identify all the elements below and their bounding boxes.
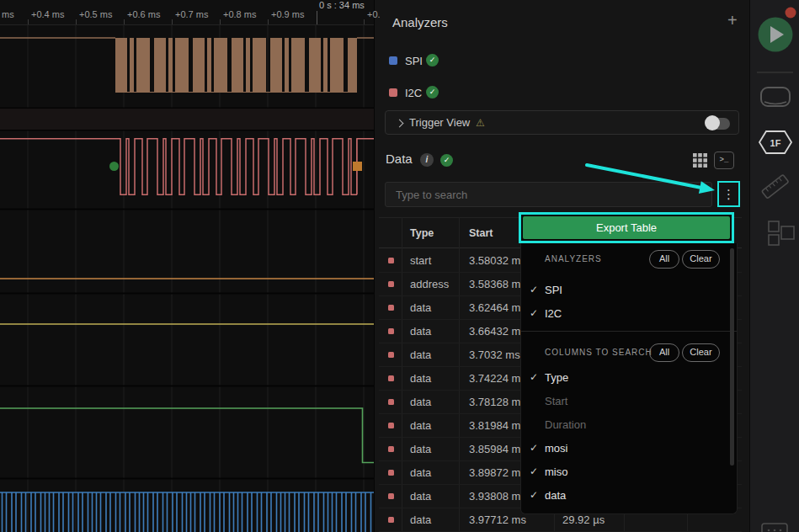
- row-color-swatch: [388, 399, 394, 405]
- menu-item-data[interactable]: ✓ data: [521, 487, 737, 506]
- waveform-view[interactable]: [0, 0, 374, 532]
- check-icon: ✓: [530, 442, 538, 454]
- i2c-status-check-icon: ✓: [426, 86, 439, 98]
- layout-blocks-icon[interactable]: [769, 221, 794, 245]
- channel-wave-red: [0, 138, 374, 195]
- ruler-tick: [76, 19, 77, 24]
- ruler-label: +0.7 ms: [175, 9, 208, 19]
- ruler-label: +0.6 ms: [127, 9, 160, 19]
- warning-icon: ⚠: [476, 111, 485, 135]
- analyzer-row-spi[interactable]: SPI ✓: [385, 53, 553, 72]
- row-color-swatch: [388, 281, 394, 287]
- cell-type: data: [410, 461, 431, 485]
- column-header-type[interactable]: Type: [410, 218, 434, 249]
- ruler-tick: [364, 19, 365, 24]
- terminal-view-button[interactable]: >_: [714, 152, 734, 169]
- capture-play-button[interactable]: [759, 8, 796, 52]
- cell-start: 3.78128 ms: [469, 391, 526, 414]
- cell-type: data: [410, 438, 431, 461]
- spi-status-check-icon: ✓: [426, 54, 439, 66]
- analyzers-all-button[interactable]: All: [649, 250, 679, 269]
- cell-type: data: [410, 343, 431, 367]
- ruler-label: +0.9 ms: [271, 9, 304, 19]
- export-table-button[interactable]: Export Table: [519, 212, 734, 243]
- device-icon[interactable]: [761, 88, 790, 106]
- menu-item-miso[interactable]: ✓ miso: [521, 464, 737, 482]
- annotation-strip: [0, 109, 374, 130]
- cell-type: data: [410, 320, 431, 343]
- more-options-icon[interactable]: [762, 524, 787, 532]
- cell-start: 3.58368 ms: [469, 273, 526, 296]
- row-color-swatch: [388, 493, 394, 499]
- search-input[interactable]: [385, 182, 712, 207]
- cell-type: data: [410, 296, 431, 320]
- columns-clear-button[interactable]: Clear: [682, 343, 720, 362]
- cell-start: 3.97712 ms: [469, 508, 526, 532]
- timeline-position-label: 0 s : 34 ms: [319, 0, 365, 10]
- analyzer-label: I2C: [405, 87, 422, 99]
- i2c-stop-marker: [353, 162, 362, 171]
- menu-item-i2c[interactable]: ✓ I2C: [521, 306, 737, 324]
- spi-color-swatch: [389, 56, 397, 65]
- cell-type: data: [410, 485, 431, 508]
- chevron-right-icon: [396, 120, 404, 128]
- cell-start: 3.58032 ms: [469, 249, 526, 273]
- menu-section-columns: COLUMNS TO SEARCH: [545, 348, 653, 357]
- check-icon: ✓: [530, 371, 538, 383]
- cell-start: 3.74224 ms: [469, 367, 526, 391]
- check-icon: ✓: [530, 307, 538, 319]
- cell-type: data: [410, 508, 431, 532]
- menu-item-mosi[interactable]: ✓ mosi: [521, 440, 737, 459]
- table-options-menu: ANALYZERS All Clear ✓ SPI ✓ I2C COLUMNS …: [520, 243, 738, 514]
- menu-scrollbar[interactable]: [730, 248, 734, 466]
- analyzer-label: SPI: [405, 55, 423, 67]
- ruler-tick: [28, 19, 29, 24]
- menu-item-spi[interactable]: ✓ SPI: [521, 282, 737, 301]
- cell-type: start: [410, 249, 431, 273]
- analyzers-clear-button[interactable]: Clear: [682, 250, 720, 269]
- trigger-view-label: Trigger View: [409, 111, 470, 135]
- row-color-swatch: [388, 305, 394, 311]
- add-analyzer-button[interactable]: +: [727, 11, 738, 30]
- check-icon: ✓: [530, 489, 538, 501]
- ruler-tick: [124, 19, 125, 24]
- timeline-ruler[interactable]: ms +0.4 ms +0.5 ms +0.6 ms +0.7 ms +0.8 …: [0, 0, 374, 25]
- info-icon[interactable]: i: [420, 153, 434, 167]
- ruler-edge-label: +0.: [367, 9, 381, 19]
- analyzer-row-i2c[interactable]: I2C ✓: [385, 85, 553, 104]
- column-header-start[interactable]: Start: [469, 218, 493, 249]
- cell-start: 3.89872 ms: [469, 461, 526, 485]
- notification-dot: [786, 8, 796, 19]
- menu-item-type[interactable]: ✓ Type: [521, 370, 737, 388]
- channel-wave-brown: [0, 38, 374, 93]
- export-table-label: Export Table: [523, 216, 730, 239]
- analyzers-title: Analyzers: [392, 15, 448, 29]
- cell-type: data: [410, 367, 431, 391]
- grid-icon: [693, 153, 708, 168]
- cell-type: address: [410, 273, 449, 296]
- data-section-title: Data: [386, 152, 413, 166]
- menu-item-start[interactable]: Start: [521, 393, 737, 412]
- trigger-view-row[interactable]: Trigger View ⚠: [385, 110, 739, 135]
- table-view-button[interactable]: [690, 151, 711, 171]
- ruler-tick: [220, 19, 221, 24]
- toggle-knob[interactable]: [705, 115, 720, 130]
- hex-capture-mode-icon[interactable]: 1F: [759, 131, 791, 153]
- measure-ruler-icon[interactable]: [762, 174, 789, 198]
- channel-wave-blue-clock: [0, 492, 374, 532]
- cell-start: 3.7032 ms: [469, 343, 520, 367]
- timeline-position-tick: [317, 11, 317, 24]
- channel-wave-green: [0, 408, 374, 463]
- svg-text:1F: 1F: [770, 138, 781, 148]
- table-options-menu-button[interactable]: ⋮: [717, 181, 740, 207]
- ruler-label: +0.8 ms: [223, 9, 256, 19]
- row-color-swatch: [388, 328, 394, 334]
- ruler-label: +0.5 ms: [79, 9, 112, 19]
- check-icon: ✓: [530, 466, 538, 477]
- i2c-start-marker: [109, 162, 119, 171]
- menu-item-duration[interactable]: Duration: [521, 417, 737, 435]
- menu-section-analyzers: ANALYZERS: [545, 254, 602, 263]
- cell-start: 3.62464 ms: [469, 296, 526, 320]
- cell-start: 3.85984 ms: [469, 438, 526, 461]
- columns-all-button[interactable]: All: [649, 343, 679, 362]
